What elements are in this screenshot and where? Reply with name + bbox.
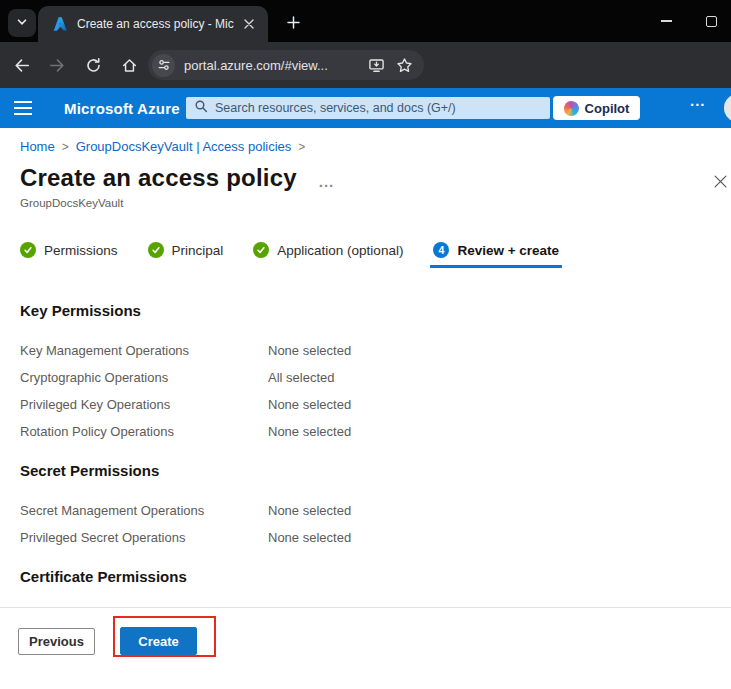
breadcrumb-separator: > xyxy=(62,140,69,154)
chevron-down-icon xyxy=(16,14,28,32)
window-controls xyxy=(661,0,717,42)
section-heading-certificate-permissions: Certificate Permissions xyxy=(20,568,187,585)
tab-label: Review + create xyxy=(457,243,559,258)
row-label: Privileged Secret Operations xyxy=(20,530,268,557)
tab-search-button[interactable] xyxy=(8,9,36,37)
title-more-options-icon[interactable]: ... xyxy=(319,167,335,190)
row-label: Key Management Operations xyxy=(20,343,268,370)
window-maximize-button[interactable] xyxy=(706,16,717,27)
home-button[interactable] xyxy=(114,50,144,80)
table-row: Secret Management Operations None select… xyxy=(20,503,711,530)
azure-brand[interactable]: Microsoft Azure xyxy=(64,100,180,117)
breadcrumb-separator: > xyxy=(298,140,305,154)
tab-label: Principal xyxy=(172,243,224,258)
header-more-options-icon[interactable]: ... xyxy=(690,92,706,109)
forward-button[interactable] xyxy=(42,50,72,80)
site-info-icon[interactable] xyxy=(152,54,175,77)
tab-application-optional[interactable]: Application (optional) xyxy=(253,240,403,260)
table-row: Privileged Key Operations None selected xyxy=(20,397,711,424)
page-subtitle: GroupDocsKeyVault xyxy=(20,197,123,209)
portal-search-box[interactable] xyxy=(186,97,550,119)
tab-review-create[interactable]: 4 Review + create xyxy=(433,240,559,260)
account-avatar[interactable] xyxy=(724,94,731,122)
row-label: Secret Management Operations xyxy=(20,503,268,530)
breadcrumb-home-link[interactable]: Home xyxy=(20,139,55,154)
new-tab-button[interactable] xyxy=(283,12,303,32)
row-label: Cryptographic Operations xyxy=(20,370,268,397)
check-circle-icon xyxy=(20,242,36,258)
row-label: Rotation Policy Operations xyxy=(20,424,268,451)
section-heading-secret-permissions: Secret Permissions xyxy=(20,462,159,479)
tab-title: Create an access policy - Micros xyxy=(77,17,234,31)
row-value: All selected xyxy=(268,370,334,397)
browser-window: Create an access policy - Micros xyxy=(0,0,731,689)
key-permissions-rows: Key Management Operations None selected … xyxy=(20,343,711,451)
page-content: Home > GroupDocsKeyVault | Access polici… xyxy=(0,128,731,689)
footer-divider xyxy=(0,607,731,608)
previous-button[interactable]: Previous xyxy=(18,628,95,655)
browser-tab-active[interactable]: Create an access policy - Micros xyxy=(38,6,268,42)
tab-label: Application (optional) xyxy=(277,243,403,258)
row-value: None selected xyxy=(268,343,351,370)
title-row: Create an access policy ... xyxy=(20,164,334,192)
row-value: None selected xyxy=(268,503,351,530)
row-label: Privileged Key Operations xyxy=(20,397,268,424)
install-app-icon[interactable] xyxy=(366,55,386,75)
check-circle-icon xyxy=(253,242,269,258)
breadcrumb: Home > GroupDocsKeyVault | Access polici… xyxy=(20,139,305,154)
back-button[interactable] xyxy=(6,50,36,80)
copilot-button[interactable]: Copilot xyxy=(553,96,640,120)
tab-label: Permissions xyxy=(44,243,118,258)
table-row: Rotation Policy Operations None selected xyxy=(20,424,711,451)
tab-close-icon[interactable] xyxy=(240,15,258,33)
tab-permissions[interactable]: Permissions xyxy=(20,240,118,260)
address-bar[interactable]: portal.azure.com/#view... xyxy=(148,50,424,80)
section-heading-key-permissions: Key Permissions xyxy=(20,302,141,319)
url-text[interactable]: portal.azure.com/#view... xyxy=(184,58,358,73)
copilot-label: Copilot xyxy=(585,101,630,116)
secret-permissions-rows: Secret Management Operations None select… xyxy=(20,503,711,557)
browser-toolbar: portal.azure.com/#view... xyxy=(0,42,731,88)
azure-portal-header: Microsoft Azure Copilot ... xyxy=(0,88,731,128)
close-blade-icon[interactable] xyxy=(710,171,730,191)
hamburger-menu-icon[interactable] xyxy=(0,88,46,128)
wizard-tabs: Permissions Principal Application (optio… xyxy=(20,240,559,260)
search-icon xyxy=(194,99,208,117)
table-row: Cryptographic Operations All selected xyxy=(20,370,711,397)
row-value: None selected xyxy=(268,397,351,424)
row-value: None selected xyxy=(268,530,351,557)
step-4-badge: 4 xyxy=(433,242,449,258)
page-title: Create an access policy xyxy=(20,164,297,192)
reload-button[interactable] xyxy=(78,50,108,80)
create-button[interactable]: Create xyxy=(120,627,197,655)
tab-principal[interactable]: Principal xyxy=(148,240,224,260)
row-value: None selected xyxy=(268,424,351,451)
azure-favicon-icon xyxy=(52,16,68,32)
table-row: Privileged Secret Operations None select… xyxy=(20,530,711,557)
table-row: Key Management Operations None selected xyxy=(20,343,711,370)
check-circle-icon xyxy=(148,242,164,258)
window-minimize-button[interactable] xyxy=(661,20,672,22)
search-input[interactable] xyxy=(215,101,542,115)
breadcrumb-keyvault-link[interactable]: GroupDocsKeyVault | Access policies xyxy=(76,139,292,154)
bookmark-star-icon[interactable] xyxy=(394,55,414,75)
copilot-icon xyxy=(564,101,579,116)
browser-tabstrip: Create an access policy - Micros xyxy=(0,0,731,42)
